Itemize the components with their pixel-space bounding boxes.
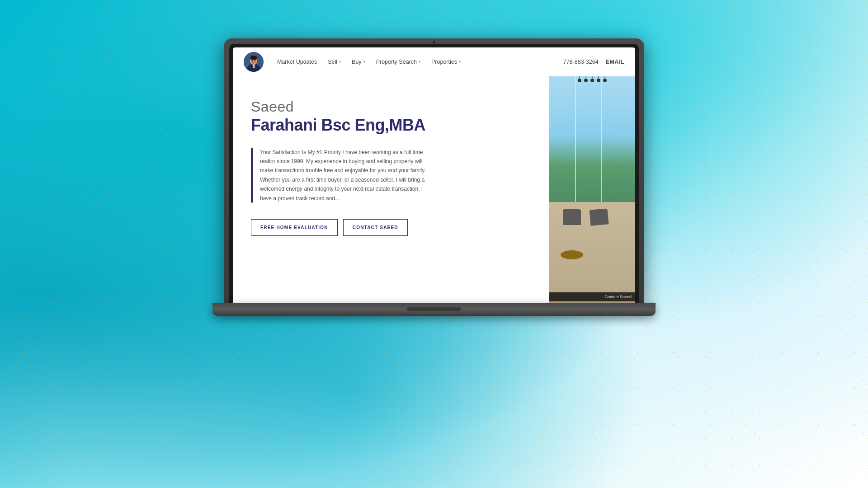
hero-buttons: FREE HOME EVALUATION CONTACT SAEED (251, 219, 531, 236)
nav-property-search[interactable]: Property Search ▾ (372, 56, 425, 68)
screen-bezel: Market Updates Sell ▾ Buy ▾ Property Sea… (229, 44, 639, 305)
nav-email-link[interactable]: EMAIL (606, 59, 624, 65)
nav-market-updates[interactable]: Market Updates (273, 56, 321, 68)
buy-chevron-icon: ▾ (363, 60, 365, 64)
nav-phone: 778-883-3264 (563, 59, 599, 65)
hero-bio-text: Your Satisfaction Is My #1 Priority I ha… (260, 148, 432, 203)
pendant-1 (578, 79, 581, 82)
nav-sell[interactable]: Sell ▾ (323, 56, 345, 68)
hero-bio-container: Your Satisfaction Is My #1 Priority I ha… (251, 148, 531, 203)
site-hero: Saeed Farahani Bsc Eng,MBA Your Satisfac… (233, 76, 635, 305)
pendant-5 (603, 79, 607, 82)
sell-chevron-icon: ▾ (339, 60, 341, 64)
pendant-3 (590, 79, 594, 82)
hero-pendants (578, 79, 607, 82)
nav-logo[interactable] (244, 52, 264, 72)
nav-buy[interactable]: Buy ▾ (347, 56, 370, 68)
contact-saeed-badge: Contact Saeed (549, 292, 635, 301)
svg-point-6 (252, 60, 253, 61)
pendant-4 (597, 79, 600, 82)
nav-properties[interactable]: Properties ▾ (427, 56, 465, 68)
free-home-evaluation-button[interactable]: FREE HOME EVALUATION (251, 219, 338, 236)
site-nav: Market Updates Sell ▾ Buy ▾ Property Sea… (233, 47, 635, 76)
laptop-screen: Market Updates Sell ▾ Buy ▾ Property Sea… (233, 47, 635, 305)
laptop-base (212, 303, 656, 316)
hero-left: Saeed Farahani Bsc Eng,MBA Your Satisfac… (233, 76, 549, 305)
pendant-2 (584, 79, 588, 82)
property-search-chevron-icon: ▾ (419, 60, 420, 64)
hero-name-first: Saeed (251, 98, 531, 115)
contact-saeed-button[interactable]: CONTACT SAEED (343, 219, 408, 236)
laptop-shell: Market Updates Sell ▾ Buy ▾ Property Sea… (224, 38, 644, 305)
hero-right-image: Contact Saeed (549, 76, 635, 305)
hero-image-overlay (549, 76, 635, 305)
camera-dot (433, 41, 435, 43)
avatar-icon (244, 52, 264, 72)
hero-name-last: Farahani Bsc Eng,MBA (251, 115, 531, 135)
hero-bio-bar (251, 148, 253, 203)
nav-links: Market Updates Sell ▾ Buy ▾ Property Sea… (273, 56, 563, 68)
nav-contact: 778-883-3264 EMAIL (563, 59, 624, 65)
svg-point-5 (250, 56, 257, 60)
svg-point-7 (255, 60, 255, 61)
hero-interior-image: Contact Saeed (549, 76, 635, 305)
properties-chevron-icon: ▾ (459, 60, 461, 64)
